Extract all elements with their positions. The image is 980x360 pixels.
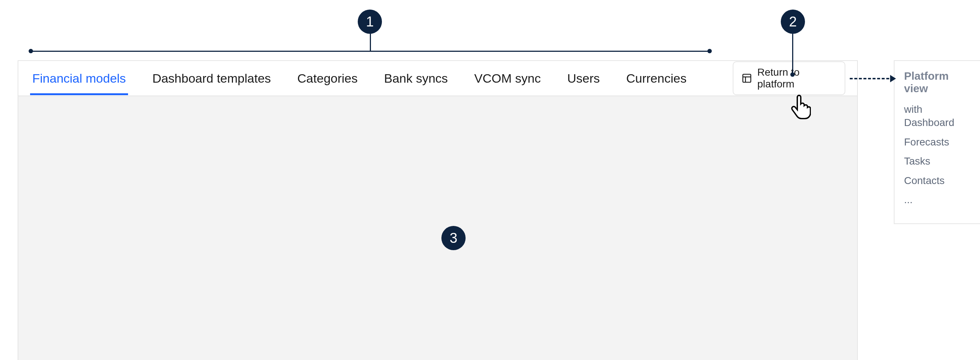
tab-content-area [18,96,857,360]
platform-view-item-dashboard: with Dashboard [904,103,973,130]
platform-view-item-more: ... [904,193,973,206]
tab-currencies[interactable]: Currencies [624,62,689,95]
callout-1-stem [370,34,371,51]
callout-2-line [792,34,793,74]
tab-financial-models[interactable]: Financial models [30,62,128,95]
tab-users[interactable]: Users [565,62,602,95]
tab-vcom-sync[interactable]: VCOM sync [472,62,543,95]
return-to-platform-button[interactable]: Return to platform [733,61,845,95]
svg-rect-0 [743,74,751,82]
platform-view-panel: Platform view with Dashboard Forecasts T… [894,60,980,224]
tab-bank-syncs[interactable]: Bank syncs [382,62,450,95]
layout-icon [741,73,752,84]
platform-view-title: Platform view [904,70,973,95]
dashed-arrow [850,78,894,79]
cursor-hand-icon [788,94,811,120]
tab-dashboard-templates[interactable]: Dashboard templates [150,62,273,95]
admin-panel-screenshot: Financial models Dashboard templates Cat… [18,60,858,360]
platform-view-item-forecasts: Forecasts [904,136,973,149]
callout-1-bracket [31,51,710,57]
callout-2: 2 [781,10,805,34]
callout-1: 1 [358,10,382,34]
platform-view-item-tasks: Tasks [904,155,973,168]
callout-3: 3 [441,226,466,250]
return-to-platform-label: Return to platform [757,67,837,90]
platform-view-item-contacts: Contacts [904,174,973,187]
tab-categories[interactable]: Categories [295,62,360,95]
admin-tabbar: Financial models Dashboard templates Cat… [18,61,857,96]
